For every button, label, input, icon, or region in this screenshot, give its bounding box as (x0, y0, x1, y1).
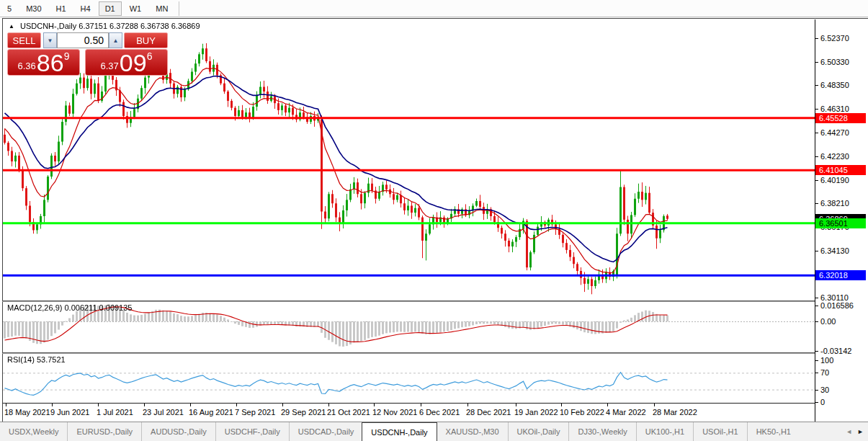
date-label: 18 May 2021 (4, 408, 50, 416)
tab-eurusd-daily[interactable]: EURUSD-,Daily (67, 422, 141, 441)
tab-usdcad-daily[interactable]: USDCAD-,Daily (289, 422, 363, 441)
bid-price-prefix: 6.36 (18, 59, 36, 74)
tab-uk100-h1[interactable]: UK100-,H1 (636, 422, 693, 441)
date-tick-mark (654, 404, 655, 406)
price-axis[interactable]: 6.523706.503306.483506.463106.442706.422… (815, 19, 868, 422)
tab-usdchf-daily[interactable]: USDCHF-,Daily (215, 422, 289, 441)
price-tick-mark (815, 156, 818, 157)
tab-hk50-h1[interactable]: HK50-,H1 (747, 422, 800, 441)
price-tick-mark (815, 203, 818, 204)
price-line-label: 6.32018 (815, 270, 866, 280)
bid-quote-panel[interactable]: 6.36 86 9 (7, 49, 80, 76)
tab-scroll-right-icon[interactable]: ► (857, 428, 864, 435)
date-tick-mark (190, 404, 191, 406)
timeframe-w1[interactable]: W1 (123, 1, 148, 16)
date-tick-mark (421, 404, 421, 406)
rsi-axis-label: 70 (820, 368, 829, 377)
timeframe-m30[interactable]: M30 (19, 1, 48, 16)
date-tick-mark (52, 404, 53, 406)
chevron-down-icon: ▼ (48, 37, 53, 44)
price-tick-label: 6.44270 (820, 128, 849, 137)
date-tick-mark (467, 404, 468, 406)
tab-usoil-h1[interactable]: USOil-,H1 (693, 422, 747, 441)
date-tick-mark (6, 404, 6, 406)
price-tick-mark (815, 85, 818, 86)
title-arrow-icon: ▲ (9, 23, 14, 30)
chart-title: ▲ USDCNH-,Daily 6.37151 6.37288 6.36738 … (9, 22, 200, 30)
buy-button[interactable]: BUY (124, 32, 168, 48)
date-tick-mark (328, 404, 329, 406)
ask-price-big-digits: 09 (120, 52, 147, 74)
date-label: 4 Mar 2022 (606, 408, 646, 416)
rsi-axis-label: 0 (820, 398, 825, 406)
timeframe-mn[interactable]: MN (149, 1, 174, 16)
tab-ukoil-daily[interactable]: UKOil-,Daily (508, 422, 569, 441)
timeframe-5[interactable]: 5 (1, 1, 18, 16)
macd-axis-label: -0.03142 (820, 347, 851, 355)
timeframe-h4[interactable]: H4 (74, 1, 97, 16)
date-label: 1 Jul 2021 (97, 408, 133, 416)
chart-frame-top (2, 18, 868, 19)
timeframe-h1[interactable]: H1 (50, 1, 73, 16)
ask-price-prefix: 6.37 (101, 59, 119, 74)
timeframe-d1[interactable]: D1 (99, 1, 122, 16)
macd-axis-label: 0.016586 (820, 301, 854, 310)
date-tick-mark (282, 404, 283, 406)
bid-price-big-digits: 86 (37, 52, 64, 74)
price-tick-label: 6.40190 (820, 176, 849, 184)
price-tick-mark (815, 38, 818, 39)
tab-usdcnh-daily[interactable]: USDCNH-,Daily (362, 422, 437, 441)
volume-decrease-button[interactable]: ▼ (43, 32, 57, 48)
volume-increase-button[interactable]: ▲ (109, 32, 122, 48)
sell-button[interactable]: SELL (7, 32, 41, 48)
bid-price-pip-digit: 9 (64, 51, 70, 61)
rsi-label: RSI(14) 53.7521 (7, 355, 66, 364)
price-line-label: 6.41045 (815, 165, 866, 175)
price-tick-label: 6.38210 (820, 199, 849, 208)
trading-terminal: 5M30H1H4D1W1MN ▲ USDCNH-,Daily 6.37151 6… (0, 0, 868, 441)
price-tick-mark (815, 133, 818, 133)
price-tick-label: 6.42230 (820, 152, 849, 161)
chart-tab-bar: USDX,WeeklyEURUSD-,DailyAUDUSD-,DailyUSD… (0, 422, 868, 441)
date-tick-mark (98, 404, 99, 406)
date-label: 28 Dec 2021 (466, 408, 511, 416)
rsi-tick-mark (815, 390, 818, 391)
price-tick-mark (815, 180, 818, 181)
price-tick-mark (815, 251, 818, 251)
date-axis[interactable]: 18 May 20219 Jun 20211 Jul 202123 Jul 20… (3, 403, 815, 422)
date-label: 6 Dec 2021 (419, 408, 460, 416)
rsi-tick-mark (815, 402, 818, 403)
rsi-axis-label: 30 (820, 386, 829, 394)
price-tick-mark (815, 298, 818, 298)
price-tick-label: 6.50330 (820, 58, 849, 66)
volume-input[interactable] (57, 32, 109, 48)
date-label: 29 Sep 2021 (281, 408, 326, 416)
tab-scroll-arrows: ◄ ► (844, 422, 866, 441)
timeframe-toolbar: 5M30H1H4D1W1MN (0, 0, 868, 17)
tab-audusd-daily[interactable]: AUDUSD-,Daily (141, 422, 215, 441)
tab-xauusd-m30[interactable]: XAUUSD-,M30 (437, 422, 508, 441)
rsi-tick-mark (815, 360, 818, 361)
tab-scroll-left-icon[interactable]: ◄ (846, 428, 852, 435)
rsi-indicator-chart[interactable] (3, 354, 815, 403)
rsi-tick-mark (815, 373, 818, 373)
date-label: 10 Feb 2022 (560, 408, 604, 416)
date-tick-mark (607, 404, 608, 406)
macd-axis-label: 0.00 (820, 317, 836, 326)
date-label: 28 Mar 2022 (653, 408, 697, 416)
price-tick-label: 6.48350 (820, 81, 849, 89)
date-label: 23 Jul 2021 (143, 408, 184, 416)
ask-quote-panel[interactable]: 6.37 09 6 (85, 49, 168, 76)
tab-usdx-weekly[interactable]: USDX,Weekly (0, 422, 67, 441)
date-tick-mark (561, 404, 562, 406)
date-label: 16 Aug 2021 (189, 408, 233, 416)
chart-ohlc-values: 6.37151 6.37288 6.36738 6.36869 (79, 22, 200, 30)
toolbar-separator (179, 1, 179, 16)
date-label: 12 Nov 2021 (372, 408, 417, 416)
price-tick-label: 6.34130 (820, 246, 849, 255)
chevron-up-icon: ▲ (113, 37, 119, 44)
date-label: 9 Jun 2021 (50, 408, 89, 416)
tab-dj30-weekly[interactable]: DJ30-,Weekly (568, 422, 635, 441)
price-line-label: 6.36501 (815, 218, 866, 228)
date-label: 21 Oct 2021 (327, 408, 370, 416)
